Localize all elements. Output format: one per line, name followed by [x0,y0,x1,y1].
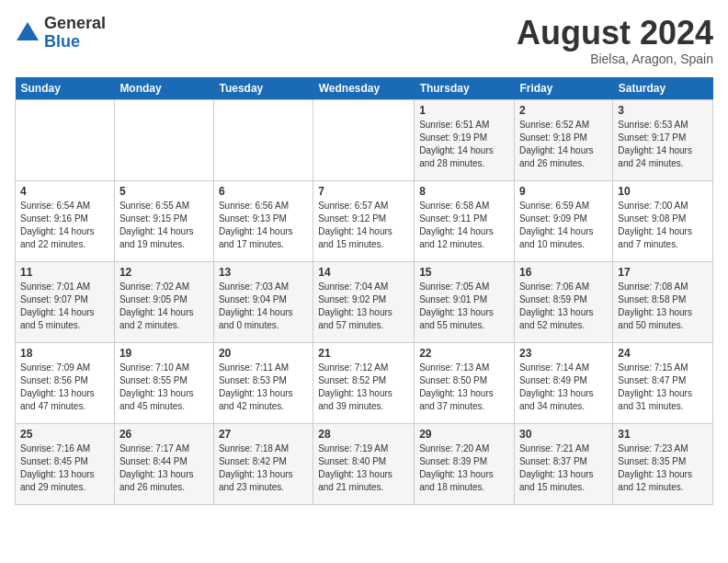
day-number: 24 [618,347,708,360]
day-info: Sunrise: 7:21 AM Sunset: 8:37 PM Dayligh… [519,442,608,494]
day-number: 22 [419,347,509,360]
calendar-cell: 27Sunrise: 7:18 AM Sunset: 8:42 PM Dayli… [213,423,313,504]
day-info: Sunrise: 7:20 AM Sunset: 8:39 PM Dayligh… [419,442,509,494]
title-block: August 2024 Bielsa, Aragon, Spain [517,15,713,66]
calendar-cell: 10Sunrise: 7:00 AM Sunset: 9:08 PM Dayli… [613,180,713,261]
day-info: Sunrise: 7:10 AM Sunset: 8:55 PM Dayligh… [119,362,209,413]
calendar-cell: 8Sunrise: 6:58 AM Sunset: 9:11 PM Daylig… [415,180,515,261]
day-info: Sunrise: 7:00 AM Sunset: 9:08 PM Dayligh… [618,200,708,251]
day-info: Sunrise: 7:01 AM Sunset: 9:07 PM Dayligh… [20,281,109,332]
calendar-week-row: 4Sunrise: 6:54 AM Sunset: 9:16 PM Daylig… [16,180,713,261]
calendar-cell: 15Sunrise: 7:05 AM Sunset: 9:01 PM Dayli… [415,261,515,342]
calendar-week-row: 11Sunrise: 7:01 AM Sunset: 9:07 PM Dayli… [16,261,713,342]
calendar-cell: 16Sunrise: 7:06 AM Sunset: 8:59 PM Dayli… [514,261,612,342]
calendar-cell: 20Sunrise: 7:11 AM Sunset: 8:53 PM Dayli… [213,342,313,423]
calendar-cell [213,99,313,180]
day-info: Sunrise: 7:06 AM Sunset: 8:59 PM Dayligh… [519,281,608,332]
day-number: 23 [519,347,608,360]
day-info: Sunrise: 7:14 AM Sunset: 8:49 PM Dayligh… [519,362,608,413]
day-info: Sunrise: 7:23 AM Sunset: 8:35 PM Dayligh… [618,442,708,494]
day-info: Sunrise: 7:04 AM Sunset: 9:02 PM Dayligh… [318,281,409,332]
day-number: 14 [318,266,409,279]
calendar-week-row: 25Sunrise: 7:16 AM Sunset: 8:45 PM Dayli… [16,423,713,504]
day-number: 12 [119,266,209,279]
day-number: 15 [419,266,509,279]
day-info: Sunrise: 7:05 AM Sunset: 9:01 PM Dayligh… [419,281,509,332]
calendar-cell [313,99,415,180]
calendar-cell: 31Sunrise: 7:23 AM Sunset: 8:35 PM Dayli… [613,423,713,504]
calendar-cell: 1Sunrise: 6:51 AM Sunset: 9:19 PM Daylig… [415,99,515,180]
calendar-cell: 30Sunrise: 7:21 AM Sunset: 8:37 PM Dayli… [514,423,612,504]
day-info: Sunrise: 6:52 AM Sunset: 9:18 PM Dayligh… [519,119,608,170]
calendar-cell: 18Sunrise: 7:09 AM Sunset: 8:56 PM Dayli… [16,342,115,423]
calendar-cell: 29Sunrise: 7:20 AM Sunset: 8:39 PM Dayli… [415,423,515,504]
day-info: Sunrise: 7:03 AM Sunset: 9:04 PM Dayligh… [219,281,308,332]
calendar-cell: 11Sunrise: 7:01 AM Sunset: 9:07 PM Dayli… [16,261,115,342]
month-title: August 2024 [517,15,713,52]
day-number: 19 [119,347,209,360]
calendar-cell: 26Sunrise: 7:17 AM Sunset: 8:44 PM Dayli… [114,423,213,504]
day-info: Sunrise: 6:56 AM Sunset: 9:13 PM Dayligh… [219,200,308,251]
day-number: 25 [20,428,109,441]
day-info: Sunrise: 7:12 AM Sunset: 8:52 PM Dayligh… [318,362,409,413]
calendar-cell: 21Sunrise: 7:12 AM Sunset: 8:52 PM Dayli… [313,342,415,423]
day-number: 20 [219,347,308,360]
day-info: Sunrise: 7:15 AM Sunset: 8:47 PM Dayligh… [618,362,708,413]
calendar-cell: 3Sunrise: 6:53 AM Sunset: 9:17 PM Daylig… [613,99,713,180]
day-number: 5 [119,185,209,198]
day-info: Sunrise: 7:18 AM Sunset: 8:42 PM Dayligh… [219,442,308,494]
calendar-cell: 13Sunrise: 7:03 AM Sunset: 9:04 PM Dayli… [213,261,313,342]
logo-blue-text: Blue [44,33,106,52]
day-number: 13 [219,266,308,279]
day-number: 27 [219,428,308,441]
logo-icon [15,20,40,46]
location-subtitle: Bielsa, Aragon, Spain [517,52,713,66]
calendar-cell: 19Sunrise: 7:10 AM Sunset: 8:55 PM Dayli… [114,342,213,423]
day-info: Sunrise: 6:51 AM Sunset: 9:19 PM Dayligh… [419,119,509,170]
calendar-table: SundayMondayTuesdayWednesdayThursdayFrid… [15,77,713,505]
day-header-sunday: Sunday [16,77,115,100]
day-info: Sunrise: 6:55 AM Sunset: 9:15 PM Dayligh… [119,200,209,251]
day-number: 16 [519,266,608,279]
day-info: Sunrise: 6:59 AM Sunset: 9:09 PM Dayligh… [519,200,608,251]
day-number: 8 [419,185,509,198]
day-number: 11 [20,266,109,279]
day-info: Sunrise: 7:02 AM Sunset: 9:05 PM Dayligh… [119,281,209,332]
calendar-cell: 6Sunrise: 6:56 AM Sunset: 9:13 PM Daylig… [213,180,313,261]
day-number: 3 [618,104,708,117]
day-info: Sunrise: 7:09 AM Sunset: 8:56 PM Dayligh… [20,362,109,413]
day-number: 9 [519,185,608,198]
day-number: 6 [219,185,308,198]
day-number: 10 [618,185,708,198]
day-number: 1 [419,104,509,117]
day-info: Sunrise: 6:53 AM Sunset: 9:17 PM Dayligh… [618,119,708,170]
day-header-wednesday: Wednesday [313,77,415,100]
logo-general-text: General [44,15,106,33]
calendar-cell: 24Sunrise: 7:15 AM Sunset: 8:47 PM Dayli… [613,342,713,423]
day-number: 7 [318,185,409,198]
svg-marker-0 [17,22,39,40]
day-number: 30 [519,428,608,441]
day-number: 28 [318,428,409,441]
logo-text: General Blue [44,15,106,52]
day-info: Sunrise: 7:19 AM Sunset: 8:40 PM Dayligh… [318,442,409,494]
calendar-cell: 4Sunrise: 6:54 AM Sunset: 9:16 PM Daylig… [16,180,115,261]
day-info: Sunrise: 7:17 AM Sunset: 8:44 PM Dayligh… [119,442,209,494]
calendar-cell [114,99,213,180]
calendar-cell: 22Sunrise: 7:13 AM Sunset: 8:50 PM Dayli… [415,342,515,423]
calendar-cell: 9Sunrise: 6:59 AM Sunset: 9:09 PM Daylig… [514,180,612,261]
calendar-cell [16,99,115,180]
calendar-cell: 23Sunrise: 7:14 AM Sunset: 8:49 PM Dayli… [514,342,612,423]
calendar-cell: 28Sunrise: 7:19 AM Sunset: 8:40 PM Dayli… [313,423,415,504]
calendar-cell: 12Sunrise: 7:02 AM Sunset: 9:05 PM Dayli… [114,261,213,342]
day-info: Sunrise: 7:08 AM Sunset: 8:58 PM Dayligh… [618,281,708,332]
calendar-cell: 17Sunrise: 7:08 AM Sunset: 8:58 PM Dayli… [613,261,713,342]
calendar-cell: 2Sunrise: 6:52 AM Sunset: 9:18 PM Daylig… [514,99,612,180]
calendar-cell: 5Sunrise: 6:55 AM Sunset: 9:15 PM Daylig… [114,180,213,261]
day-number: 29 [419,428,509,441]
day-number: 31 [618,428,708,441]
day-info: Sunrise: 7:16 AM Sunset: 8:45 PM Dayligh… [20,442,109,494]
day-number: 4 [20,185,109,198]
calendar-cell: 7Sunrise: 6:57 AM Sunset: 9:12 PM Daylig… [313,180,415,261]
day-header-tuesday: Tuesday [213,77,313,100]
